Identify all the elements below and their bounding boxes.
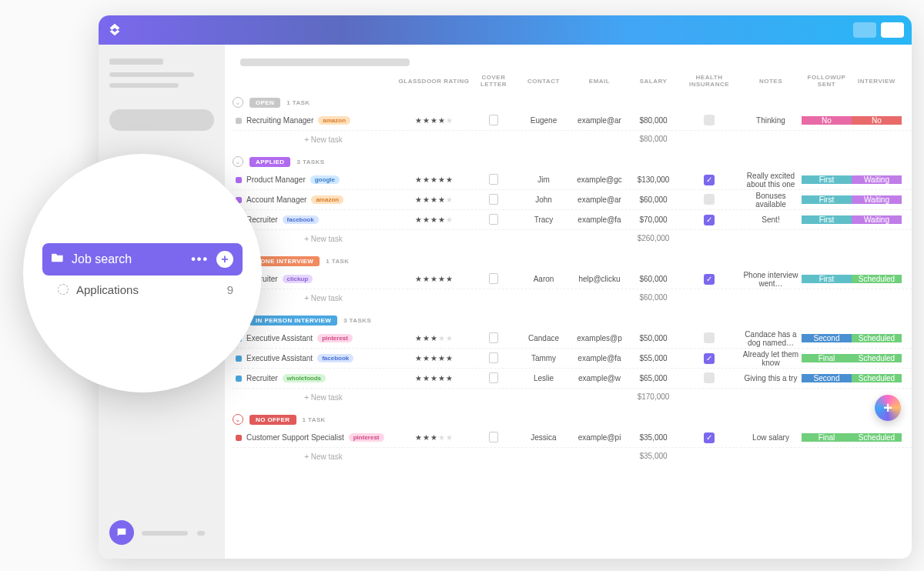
column-header[interactable]: SALARY [628,78,678,85]
checkbox[interactable] [704,194,715,205]
chat-button[interactable] [109,520,134,545]
task-row[interactable]: Recruiting Manager amazon ★★★★★ Eugene e… [233,111,912,131]
checkbox[interactable]: ✓ [704,432,715,443]
document-icon[interactable] [489,273,498,284]
checkbox[interactable]: ✓ [704,175,715,185]
rating-cell[interactable]: ★★★★★ [397,175,470,184]
task-row[interactable]: Recruiter wholefoods ★★★★★ Leslie exampl… [233,369,912,389]
window-button-1[interactable] [853,22,876,38]
task-row[interactable]: Account Manager amazon ★★★★★ John exampl… [233,190,912,210]
status-square-icon[interactable] [236,118,242,124]
column-header[interactable]: FOLLOWUP SENT [802,74,852,88]
column-header[interactable]: EMAIL [571,78,628,85]
status-group: ⌄ OPEN 1 TASK Recruiting Manager amazon … [233,94,912,147]
add-button[interactable]: + [216,251,233,268]
status-cell[interactable]: No [802,116,852,125]
company-tag[interactable]: facebook [317,354,353,362]
document-icon[interactable] [489,432,498,442]
document-icon[interactable] [489,194,498,205]
status-cell[interactable]: Final [802,433,852,442]
status-cell[interactable]: First [802,195,852,204]
status-square-icon[interactable] [236,356,242,362]
status-cell[interactable]: Waiting [852,175,902,184]
status-label[interactable]: IN PERSON INTERVIEW [249,316,337,326]
document-icon[interactable] [489,174,498,185]
document-icon[interactable] [489,214,498,225]
document-icon[interactable] [489,332,498,343]
status-cell[interactable]: No [852,116,902,125]
new-task-button[interactable]: + New task [236,131,397,147]
rating-cell[interactable]: ★★★★★ [397,354,470,362]
status-cell[interactable]: Scheduled [852,334,902,342]
company-tag[interactable]: facebook [283,215,319,224]
status-square-icon[interactable] [236,376,242,382]
task-row[interactable]: Executive Assistant pinterest ★★★★★ Cand… [233,329,912,349]
checkbox[interactable]: ✓ [704,274,715,285]
company-tag[interactable]: amazon [318,116,350,125]
rating-cell[interactable]: ★★★★★ [397,334,470,342]
status-cell[interactable]: First [802,175,852,184]
rating-cell[interactable]: ★★★★★ [397,275,470,283]
status-cell[interactable]: Scheduled [852,374,902,382]
company-tag[interactable]: pinterest [349,433,384,442]
checkbox[interactable] [704,332,715,343]
rating-cell[interactable]: ★★★★★ [397,195,470,204]
task-count: 1 TASK [286,99,310,106]
collapse-toggle[interactable]: ⌄ [233,97,243,108]
new-task-button[interactable]: + New task [236,389,397,405]
status-square-icon[interactable] [236,435,242,441]
rating-cell[interactable]: ★★★★★ [397,433,470,442]
column-header[interactable]: INTERVIEW [852,78,902,85]
company-tag[interactable]: clickup [283,275,313,283]
collapse-toggle[interactable]: ⌄ [233,156,243,167]
rating-cell[interactable]: ★★★★★ [397,215,470,224]
status-label[interactable]: NO OFFER [249,415,296,425]
column-header[interactable]: HEALTH INSURANCE [678,74,740,88]
status-square-icon[interactable] [236,177,242,183]
company-tag[interactable]: wholefoods [283,374,326,382]
company-tag[interactable]: pinterest [317,334,353,342]
sidebar-search[interactable] [109,109,214,131]
status-cell[interactable]: Final [802,354,852,362]
status-cell[interactable]: Scheduled [852,275,902,283]
status-cell[interactable]: Waiting [852,195,902,204]
checkbox[interactable] [704,372,715,383]
company-tag[interactable]: google [310,175,340,184]
new-task-button[interactable]: + New task [236,230,397,246]
status-cell[interactable]: First [802,275,852,283]
status-cell[interactable]: Scheduled [852,354,902,362]
document-icon[interactable] [489,352,498,363]
new-task-button[interactable]: + New task [236,448,397,464]
rating-cell[interactable]: ★★★★★ [397,116,470,125]
window-button-2[interactable] [881,22,904,38]
column-header[interactable]: CONTACT [517,78,571,85]
task-row[interactable]: Recruiter clickup ★★★★★ Aaron help@click… [233,269,912,289]
quick-create-button[interactable]: + [875,395,901,421]
checkbox[interactable]: ✓ [704,215,715,225]
status-label[interactable]: APPLIED [249,157,290,167]
task-row[interactable]: Recruiter facebook ★★★★★ Tracy example@f… [233,210,912,230]
document-icon[interactable] [489,115,498,125]
task-row[interactable]: Product Manager google ★★★★★ Jim example… [233,170,912,190]
status-label[interactable]: OPEN [249,98,280,108]
column-header[interactable]: GLASSDOOR RATING [397,78,470,85]
checkbox[interactable] [704,115,715,125]
status-cell[interactable]: Second [802,374,852,382]
rating-cell[interactable]: ★★★★★ [397,374,470,382]
sidebar-folder-job-search[interactable]: Job search ••• + [42,243,243,275]
task-row[interactable]: Customer Support Specialist pinterest ★★… [233,428,912,448]
sidebar-list-applications[interactable]: Applications 9 [42,275,243,304]
status-cell[interactable]: Scheduled [852,433,902,442]
checkbox[interactable]: ✓ [704,353,715,364]
more-icon[interactable]: ••• [191,252,209,266]
status-cell[interactable]: Second [802,334,852,342]
column-header[interactable]: COVER LETTER [470,74,517,88]
column-header[interactable]: NOTES [740,78,802,85]
document-icon[interactable] [489,372,498,383]
salary-sum: $35,000 [628,452,678,460]
collapse-toggle[interactable]: ⌄ [233,414,243,425]
status-cell[interactable]: Waiting [852,215,902,224]
status-cell[interactable]: First [802,215,852,224]
task-row[interactable]: Executive Assistant facebook ★★★★★ Tammy… [233,349,912,369]
company-tag[interactable]: amazon [311,195,343,204]
